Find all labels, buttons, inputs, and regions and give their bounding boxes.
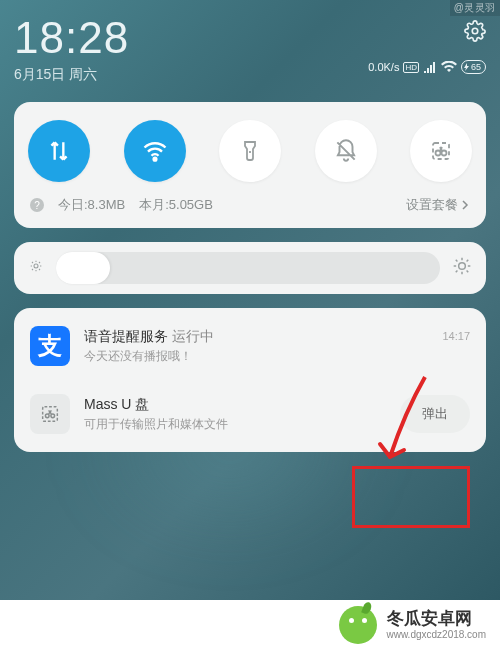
brand-name: 冬瓜安卓网 [387, 610, 487, 629]
toggle-screenshot[interactable] [410, 120, 472, 182]
svg-point-5 [442, 151, 447, 156]
brightness-slider-thumb[interactable] [56, 252, 110, 284]
watermark: @灵灵羽 [450, 0, 500, 16]
usb-icon [30, 394, 70, 434]
notif-subtitle: 今天还没有播报哦！ [84, 348, 428, 365]
svg-point-7 [459, 263, 466, 270]
gear-icon [464, 20, 486, 42]
brightness-high-icon [452, 256, 472, 280]
svg-point-0 [472, 28, 478, 34]
settings-button[interactable] [464, 20, 486, 46]
notification-alipay[interactable]: 支 语音提醒服务运行中 今天还没有播报哦！ 14:17 [14, 312, 486, 380]
mobile-data-icon [46, 138, 72, 164]
svg-point-4 [436, 151, 441, 156]
usage-month: 本月:5.05GB [139, 196, 213, 214]
brightness-low-icon [28, 258, 44, 278]
wifi-icon [141, 137, 169, 165]
toggle-flashlight[interactable] [219, 120, 281, 182]
toggle-wifi[interactable] [124, 120, 186, 182]
date: 6月15日 周六 [14, 66, 368, 84]
eject-button[interactable]: 弹出 [400, 395, 470, 433]
notif-title: Mass U 盘 [84, 396, 386, 414]
notification-shade: 18:28 6月15日 周六 0.0K/s HD 65 [0, 0, 500, 452]
brightness-slider[interactable] [56, 252, 440, 284]
screenshot-icon [429, 139, 453, 163]
brand-url: www.dgxcdz2018.com [387, 629, 487, 640]
data-usage-row[interactable]: ? 今日:8.3MB 本月:5.05GB 设置套餐 [14, 196, 486, 228]
quick-settings-card: ? 今日:8.3MB 本月:5.05GB 设置套餐 [14, 102, 486, 228]
notification-usb[interactable]: Mass U 盘 可用于传输照片和媒体文件 弹出 [14, 380, 486, 448]
hd-indicator: HD [403, 62, 419, 73]
toggle-dnd[interactable] [315, 120, 377, 182]
status-bar: 0.0K/s HD 65 [368, 60, 486, 74]
svg-point-10 [51, 414, 55, 418]
notif-title: 语音提醒服务运行中 [84, 328, 428, 346]
brand-footer: 冬瓜安卓网 www.dgxcdz2018.com [0, 600, 500, 650]
notif-subtitle: 可用于传输照片和媒体文件 [84, 416, 386, 433]
signal-icon [423, 61, 437, 73]
shade-header: 18:28 6月15日 周六 0.0K/s HD 65 [14, 16, 486, 84]
svg-rect-8 [43, 407, 58, 422]
notif-time: 14:17 [442, 330, 470, 342]
net-speed: 0.0K/s [368, 61, 399, 73]
dnd-icon [333, 138, 359, 164]
set-plan-link[interactable]: 设置套餐 [406, 196, 470, 214]
wifi-icon [441, 61, 457, 73]
alipay-icon: 支 [30, 326, 70, 366]
battery-indicator: 65 [461, 60, 486, 74]
svg-point-9 [45, 414, 49, 418]
help-icon: ? [30, 198, 44, 212]
usage-today: 今日:8.3MB [58, 196, 125, 214]
flashlight-icon [238, 139, 262, 163]
quick-toggles-row [14, 102, 486, 196]
chevron-right-icon [460, 200, 470, 210]
svg-point-6 [34, 264, 38, 268]
notifications-card: 支 语音提醒服务运行中 今天还没有播报哦！ 14:17 Mass U 盘 可用于… [14, 308, 486, 452]
clock: 18:28 [14, 16, 368, 60]
brightness-card [14, 242, 486, 294]
brand-logo [339, 606, 377, 644]
svg-point-1 [153, 158, 156, 161]
toggle-mobile-data[interactable] [28, 120, 90, 182]
